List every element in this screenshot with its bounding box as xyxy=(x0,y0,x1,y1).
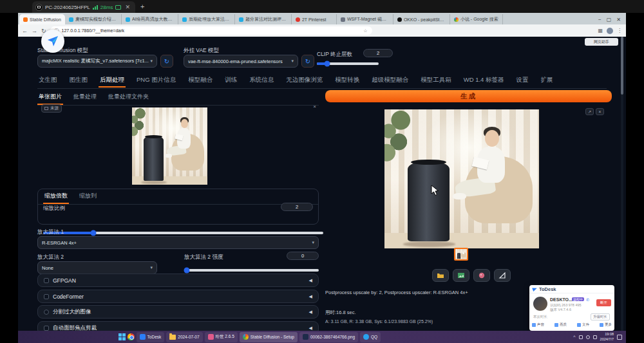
disconnect-button[interactable]: 断开 xyxy=(596,299,611,306)
taskbar-item-launcher[interactable]: 绘世 2.6.5 xyxy=(205,332,238,342)
maximize-icon[interactable]: ▢ xyxy=(607,17,612,23)
tab-txt2img[interactable]: 文生图 xyxy=(37,74,59,88)
accordion-gfpgan[interactable]: GFPGAN ◀ xyxy=(37,273,319,287)
checkbox-icon[interactable] xyxy=(44,310,49,315)
slider-thumb[interactable] xyxy=(91,230,97,236)
upscaler1-dropdown[interactable]: R-ESRGAN 4x+ ▾ xyxy=(37,236,319,249)
taskbar-item-stable-diffusion[interactable]: Stable Diffusion - Setup xyxy=(240,332,298,342)
todesk-floating-logo[interactable] xyxy=(41,30,64,53)
bookmark-star-icon[interactable]: ☆ xyxy=(363,28,367,33)
gallery-close-button[interactable]: × xyxy=(596,108,604,115)
hidden-icons-chevron[interactable]: ^ xyxy=(573,335,575,339)
generate-button[interactable]: 生成 xyxy=(325,90,612,102)
address-bar[interactable]: ⓘ 127.0.0.1:7860/?__theme=dark ☆ xyxy=(50,26,372,35)
upscaler2-strength-slider[interactable] xyxy=(184,269,319,272)
back-icon[interactable]: ← xyxy=(22,28,28,34)
tab-system-info[interactable]: 系统信息 xyxy=(248,74,275,88)
action-sound[interactable]: 声音 xyxy=(532,322,544,327)
tab-settings[interactable]: 设置 xyxy=(515,74,530,88)
bilibili-favicon xyxy=(239,17,243,22)
tab-super-merger[interactable]: 超级模型融合 xyxy=(370,74,410,88)
forward-icon[interactable]: → xyxy=(32,28,37,34)
profile-avatar[interactable] xyxy=(607,28,613,34)
tab-checkpoint-merger[interactable]: 模型融合 xyxy=(187,74,214,88)
tab-scale-by[interactable]: 缩放倍数 xyxy=(43,189,69,204)
minimize-icon[interactable]: − xyxy=(598,17,601,23)
taskbar-item-qq[interactable]: QQ xyxy=(360,332,381,342)
browser-extension-popup[interactable]: 网页助手 xyxy=(585,38,618,46)
taskbar-item-png-file[interactable]: 00062-3867464766.png xyxy=(299,332,358,342)
tab-scale-to[interactable]: 缩放到 xyxy=(78,189,98,204)
checkbox-icon[interactable] xyxy=(44,278,49,283)
tab-infinite-browser[interactable]: 无边图像浏览 xyxy=(285,74,324,88)
vae-refresh-button[interactable]: ↻ xyxy=(301,55,314,68)
clear-image-icon[interactable]: × xyxy=(313,104,316,109)
session-close-icon[interactable]: ✕ xyxy=(125,4,130,10)
source-image-dropzone[interactable]: 来源 × xyxy=(37,103,319,187)
accordion-auto-focal-crop[interactable]: 自动面部焦点剪裁 ◀ xyxy=(37,321,319,331)
accordion-codeformer[interactable]: CodeFormer ◀ xyxy=(37,290,319,303)
upscaler2-strength-value[interactable]: 0 xyxy=(287,252,319,260)
start-button[interactable] xyxy=(118,333,126,340)
tab-png-info[interactable]: PNG 图片信息 xyxy=(135,74,177,88)
language-icon[interactable] xyxy=(593,335,597,339)
upscaler2-dropdown[interactable]: None ▾ xyxy=(37,261,157,274)
sd-model-refresh-button[interactable]: ↻ xyxy=(160,55,173,68)
tab-model-toolkit[interactable]: 模型工具箱 xyxy=(419,74,453,88)
clip-skip-slider[interactable] xyxy=(317,62,379,65)
todesk-session-tab[interactable]: PC-20240625HFPL 28ms ✕ xyxy=(32,1,135,13)
browser-tab[interactable]: 2T Pinterest xyxy=(292,14,337,24)
result-photo[interactable] xyxy=(384,109,539,248)
action-files[interactable]: 文件 xyxy=(577,322,589,327)
browser-tab[interactable]: AI绘画高清放大教程_哔哩哔哩_bilibili xyxy=(122,14,178,24)
page-scrollbar-thumb[interactable] xyxy=(621,37,623,95)
resize-value[interactable]: 2 xyxy=(281,203,313,211)
browser-tab[interactable]: 后期处理放大算法_哔哩哔哩_bilibili xyxy=(178,14,235,24)
network-icon[interactable] xyxy=(579,335,583,339)
taskbar-item-folder[interactable]: 2024-07-07 xyxy=(166,332,202,342)
gallery-thumbnail[interactable] xyxy=(454,248,468,261)
browser-tab[interactable]: OKKO - peakpitStudio xyxy=(393,14,450,24)
browser-tab[interactable]: 超分算法对比测评_哔哩哔哩_bilibili xyxy=(235,14,292,24)
clip-skip-value[interactable]: 2 xyxy=(363,49,393,57)
menu-dots-icon[interactable]: ⋮ xyxy=(617,28,622,33)
slider-thumb[interactable] xyxy=(184,268,190,273)
send-to-img2img-button[interactable] xyxy=(494,269,511,282)
tab-extensions[interactable]: 扩展 xyxy=(540,74,554,88)
volume-icon[interactable] xyxy=(586,335,590,339)
gallery-expand-button[interactable]: ↗ xyxy=(585,108,594,115)
collapsed-arrow-icon: ◀ xyxy=(309,278,312,283)
tab-model-convert[interactable]: 模型转换 xyxy=(334,74,361,88)
resize-slider[interactable] xyxy=(43,232,323,234)
taskbar-clock[interactable]: 19:08 2024/7/7 xyxy=(600,332,614,341)
action-quality[interactable]: 画质 xyxy=(554,322,567,327)
send-to-extras-button[interactable] xyxy=(473,269,490,282)
accordion-split-oversized[interactable]: 分割过大的图像 ◀ xyxy=(37,305,319,319)
taskbar-item-todesk[interactable]: ToDesk xyxy=(137,332,165,342)
sd-model-dropdown[interactable]: majicMIX realistic 麦橘写实_v7.safetensors [… xyxy=(37,55,157,68)
checkbox-icon[interactable] xyxy=(44,326,49,331)
tab-extras[interactable]: 后期处理 xyxy=(99,74,126,88)
browser-tab[interactable]: 麦橘写实模型介绍_哔哩哔哩_bilibili xyxy=(65,14,122,24)
browser-tab[interactable]: WSFT-Magnet 磁力链 xyxy=(337,14,393,24)
upgrade-duration-button[interactable]: 升级时长 xyxy=(591,313,610,320)
phone-icon[interactable]: ✆ xyxy=(586,297,589,302)
new-session-button[interactable]: + xyxy=(140,3,144,10)
browser-tab-stable-diffusion[interactable]: Stable Diffusion xyxy=(19,14,65,24)
open-folder-button[interactable] xyxy=(432,269,449,282)
chrome-taskbar-icon[interactable] xyxy=(128,333,135,340)
resize-panel: 缩放倍数 缩放到 缩放比例 2 xyxy=(37,189,319,225)
save-image-button[interactable] xyxy=(453,269,469,282)
action-more[interactable]: 更多 xyxy=(600,322,612,327)
extensions-icon[interactable]: ▦ xyxy=(598,28,603,33)
browser-tab[interactable]: 小说 - Google 搜索 xyxy=(450,14,503,24)
vae-dropdown[interactable]: vae-ft-mse-840000-ema-pruned.safetensors… xyxy=(184,55,298,68)
notification-icon[interactable] xyxy=(617,335,622,340)
tab-img2img[interactable]: 图生图 xyxy=(68,74,90,88)
slider-thumb[interactable] xyxy=(325,61,330,67)
checkbox-icon[interactable] xyxy=(44,294,49,299)
resize-label: 缩放比例 xyxy=(43,205,65,212)
close-icon[interactable]: ✕ xyxy=(616,17,621,23)
tab-train[interactable]: 训练 xyxy=(223,74,238,88)
tab-wd14-tagger[interactable]: WD 1.4 标签器 xyxy=(462,74,506,88)
